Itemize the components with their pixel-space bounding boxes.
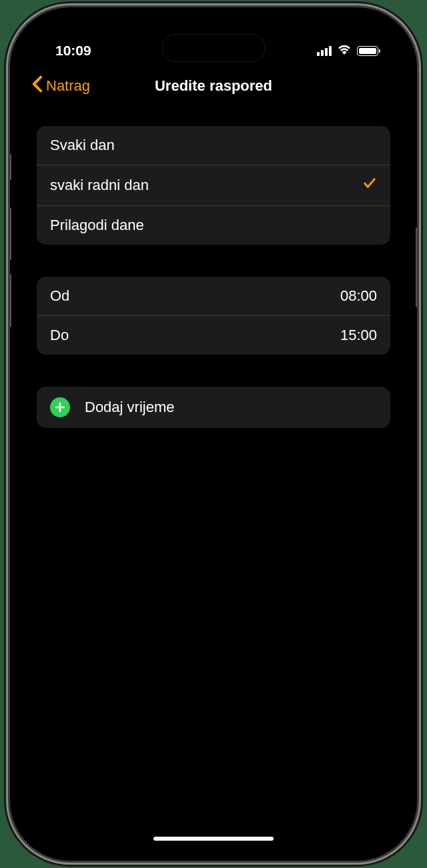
option-label: Prilagodi dane — [50, 217, 144, 234]
checkmark-icon — [362, 176, 377, 195]
option-customize-days[interactable]: Prilagodi dane — [37, 206, 390, 245]
side-button — [10, 154, 11, 181]
back-button[interactable]: Natrag — [31, 75, 90, 97]
nav-header: Natrag Uredite raspored — [22, 66, 405, 106]
option-every-weekday[interactable]: svaki radni dan — [37, 165, 390, 206]
chevron-left-icon — [31, 75, 43, 97]
time-from-row[interactable]: Od 08:00 — [37, 277, 390, 316]
battery-icon — [357, 46, 378, 56]
time-from-value: 08:00 — [340, 287, 377, 305]
home-indicator[interactable] — [153, 837, 274, 841]
phone-frame: 10:09 — [10, 7, 417, 861]
side-button — [10, 207, 11, 261]
time-range-group: Od 08:00 Do 15:00 — [37, 277, 390, 355]
status-icons — [317, 44, 378, 57]
schedule-options-group: Svaki dan svaki radni dan Prilagodi dane — [37, 126, 390, 245]
option-label: Svaki dan — [50, 137, 115, 154]
status-time: 10:09 — [55, 43, 91, 59]
add-time-label: Dodaj vrijeme — [85, 399, 175, 416]
plus-circle-icon — [50, 397, 70, 417]
phone-screen: 10:09 — [22, 19, 405, 849]
back-label: Natrag — [46, 77, 90, 95]
time-to-label: Do — [50, 327, 69, 344]
time-to-row[interactable]: Do 15:00 — [37, 316, 390, 355]
side-button — [10, 274, 11, 327]
wifi-icon — [337, 44, 352, 57]
add-time-button[interactable]: Dodaj vrijeme — [37, 387, 390, 428]
option-every-day[interactable]: Svaki dan — [37, 126, 390, 165]
content: Svaki dan svaki radni dan Prilagodi dane — [22, 106, 405, 428]
time-to-value: 15:00 — [340, 327, 377, 344]
dynamic-island — [162, 34, 266, 62]
cellular-icon — [317, 46, 332, 56]
side-button — [416, 227, 417, 307]
option-label: svaki radni dan — [50, 177, 149, 194]
time-from-label: Od — [50, 287, 69, 305]
